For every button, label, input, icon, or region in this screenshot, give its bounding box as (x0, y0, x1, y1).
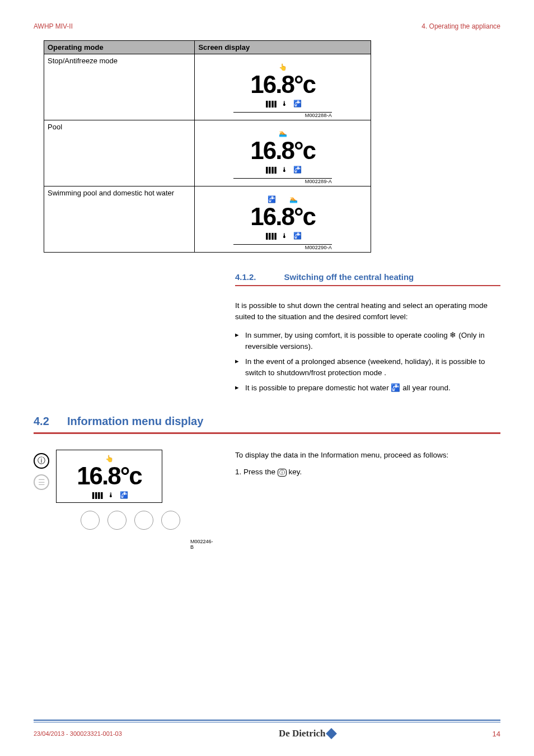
bars-icon (264, 99, 275, 108)
hand-icon (105, 454, 114, 463)
th-display: Screen display (195, 41, 371, 54)
menu-button-icon: ☰ (34, 474, 49, 490)
panel-button-icon (81, 511, 100, 530)
list-item: In the event of a prolonged absence (wee… (235, 356, 500, 378)
bars-icon (90, 491, 101, 499)
tap-icon (293, 165, 302, 174)
info-key-icon: ⓘ (278, 469, 287, 477)
panel-button-icon (134, 511, 153, 530)
pool-icon (289, 194, 298, 203)
list-item: It is possible to prepare domestic hot w… (235, 382, 500, 394)
bullet-list: In summer, by using comfort, it is possi… (235, 330, 500, 394)
diamond-icon (326, 728, 338, 739)
tap-icon (120, 491, 128, 499)
subsection-number: 4.1.2. (235, 272, 256, 282)
image-reference: M002289-A (233, 178, 332, 184)
control-panel-illustration: ⓘ ☰ 16.8°c (34, 450, 213, 550)
mode-label: Stop/Antifreeze mode (44, 54, 195, 120)
thermometer-icon (281, 231, 288, 240)
mode-label: Pool (44, 120, 195, 186)
brand-logo: De Dietrich (279, 728, 336, 739)
info-button-icon: ⓘ (34, 453, 49, 469)
list-item: In summer, by using comfort, it is possi… (235, 330, 500, 352)
page-footer: 23/04/2013 - 300023321-001-03 De Dietric… (34, 720, 500, 739)
subsection-intro: It is possible to shut down the central … (235, 300, 500, 322)
subsection-title: Switching off the central heating (284, 272, 414, 282)
bars-icon (264, 231, 275, 240)
page-number: 14 (493, 730, 500, 738)
step-1: 1. Press the ⓘ key. (235, 466, 448, 478)
section-intro: To display the data in the Information m… (235, 450, 448, 461)
divider (34, 432, 500, 434)
table-row: Swimming pool and domestic hot water 16.… (44, 186, 371, 253)
panel-button-icon (161, 511, 180, 530)
operating-modes-table: Operating mode Screen display Stop/Antif… (44, 40, 371, 253)
lcd-display: 16.8°c (233, 59, 332, 110)
lcd-temperature: 16.8°c (250, 72, 315, 97)
lcd-display: 16.8°c (233, 125, 332, 176)
thermometer-icon (281, 165, 288, 174)
image-reference: M002246-B (190, 539, 213, 550)
doc-date-id: 23/04/2013 - 300023321-001-03 (34, 730, 122, 737)
doc-model: AWHP MIV-II (34, 22, 73, 30)
thermometer-icon (107, 491, 114, 499)
chapter-title: 4. Operating the appliance (421, 22, 500, 30)
tap-icon (268, 194, 276, 203)
mode-label: Swimming pool and domestic hot water (44, 186, 195, 253)
table-row: Pool 16.8°c M002289-A (44, 120, 371, 186)
lcd-temperature: 16.8°c (250, 138, 315, 163)
lcd-temperature: 16.8°c (77, 464, 142, 488)
bars-icon (264, 165, 275, 174)
panel-button-icon (107, 511, 127, 530)
lcd-display: 16.8°c (233, 191, 332, 242)
th-mode: Operating mode (44, 41, 195, 54)
tap-icon (293, 231, 302, 240)
tap-icon (293, 99, 302, 108)
section-title: Information menu display (67, 415, 203, 428)
table-row: Stop/Antifreeze mode 16.8°c M002 (44, 54, 371, 120)
section-number: 4.2 (34, 415, 67, 428)
hand-icon (279, 62, 287, 71)
divider (235, 285, 500, 286)
thermometer-icon (281, 99, 288, 108)
lcd-temperature: 16.8°c (250, 204, 315, 229)
image-reference: M002290-A (233, 244, 332, 250)
pool-icon (279, 128, 287, 137)
image-reference: M002288-A (233, 112, 332, 118)
